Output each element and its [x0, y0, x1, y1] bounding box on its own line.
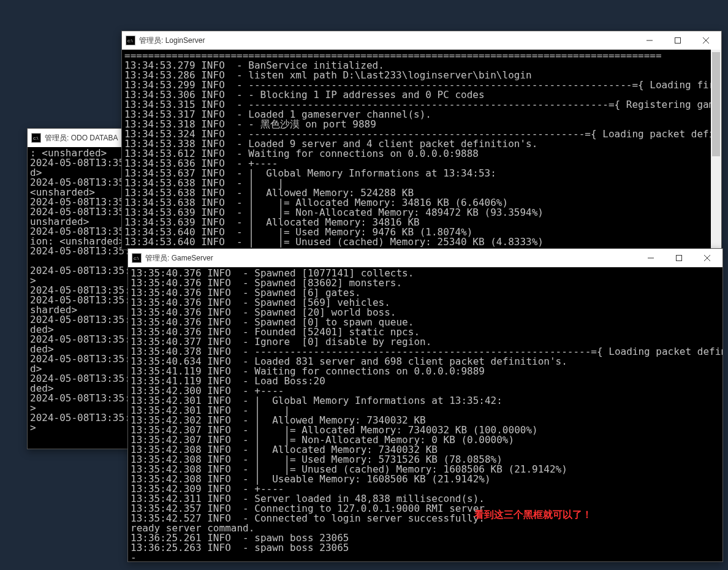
login-window: c:\ 管理员: LoginServer ===================… — [121, 31, 722, 250]
svg-text:c:\: c:\ — [127, 38, 133, 43]
close-button[interactable] — [693, 249, 721, 267]
cmd-icon: c:\ — [132, 253, 142, 263]
cmd-icon: c:\ — [126, 36, 135, 45]
game-window: c:\ 管理员: GameServer 13:35:40.376 INFO - … — [127, 248, 723, 562]
svg-rect-3 — [675, 38, 681, 44]
login-title: 管理员: LoginServer — [139, 36, 205, 46]
minimize-button[interactable] — [635, 31, 664, 50]
annotation-text: 看到这三个黑框就可以了！ — [474, 509, 592, 522]
game-titlebar[interactable]: c:\ 管理员: GameServer — [128, 249, 722, 267]
login-titlebar[interactable]: c:\ 管理员: LoginServer — [122, 31, 721, 50]
close-button[interactable] — [692, 31, 720, 50]
maximize-button[interactable] — [665, 249, 693, 267]
minimize-button[interactable] — [637, 249, 665, 267]
game-title: 管理员: GameServer — [145, 253, 213, 264]
svg-rect-8 — [677, 256, 682, 261]
login-scrollbar[interactable] — [711, 50, 721, 249]
svg-text:c:\: c:\ — [33, 135, 39, 140]
db-title: 管理员: ODO DATABA — [45, 133, 118, 143]
svg-text:c:\: c:\ — [134, 256, 139, 260]
scrollbar-thumb[interactable] — [712, 52, 720, 156]
cmd-icon: c:\ — [31, 133, 41, 143]
maximize-button[interactable] — [664, 31, 692, 50]
game-console[interactable]: 13:35:40.376 INFO - Spawned [1077141] co… — [128, 267, 722, 561]
login-console[interactable]: ========================================… — [122, 50, 711, 249]
